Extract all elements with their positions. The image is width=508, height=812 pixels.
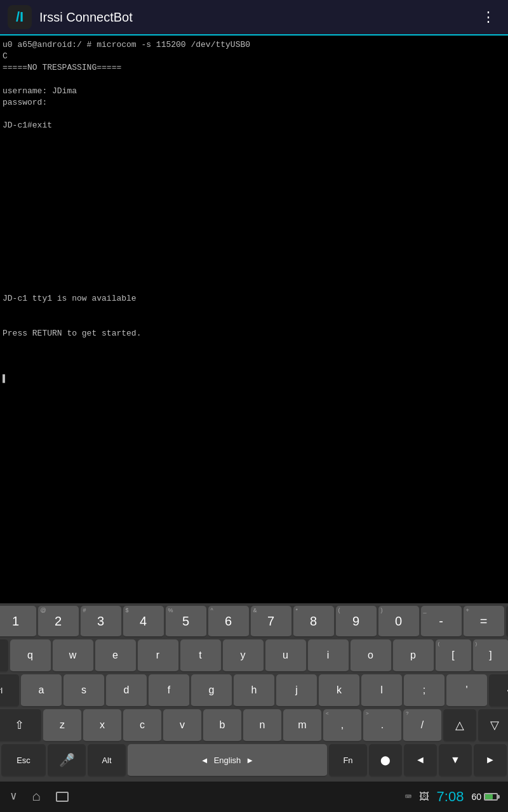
- battery-pct-label: 60: [471, 792, 481, 802]
- key-backspace[interactable]: ⌫: [506, 606, 509, 638]
- key-n[interactable]: n: [243, 709, 281, 742]
- key-d[interactable]: d: [106, 674, 147, 707]
- number-row: ~` !1 @2 #3 $4 %5 ^6 &7 *8 (9 )0: [1, 606, 507, 638]
- key-j[interactable]: j: [276, 674, 317, 707]
- key-arrow-left[interactable]: ◄: [404, 744, 437, 777]
- key-q[interactable]: q: [10, 639, 51, 672]
- key-period[interactable]: >.: [363, 709, 401, 742]
- key-v[interactable]: v: [163, 709, 201, 742]
- key-f[interactable]: f: [149, 674, 189, 707]
- app-icon: /I: [8, 5, 32, 29]
- terminal-output[interactable]: u0 a65@android:/ # microcom -s 115200 /d…: [0, 36, 508, 603]
- space-language-label: English: [214, 756, 241, 765]
- key-u[interactable]: u: [265, 639, 306, 672]
- key-k[interactable]: k: [319, 674, 359, 707]
- top-bar: /I Irssi ConnectBot ⋮: [0, 0, 508, 36]
- key-enter[interactable]: ↵: [489, 674, 508, 707]
- nav-keyboard-icon[interactable]: ⌨: [405, 790, 411, 803]
- key-shift-right[interactable]: ▽: [478, 709, 508, 742]
- key-9[interactable]: (9: [336, 606, 377, 638]
- qwerty-row: ⇥ q w e r t y u i o p ([ )] \: [1, 639, 507, 672]
- key-l[interactable]: l: [361, 674, 402, 707]
- key-t[interactable]: t: [180, 639, 221, 672]
- asdf-row: Ctrl a s d f g h j k l ; ' ↵: [1, 674, 507, 707]
- key-1[interactable]: !1: [0, 606, 36, 638]
- battery-indicator: 60: [471, 792, 498, 802]
- key-8[interactable]: *8: [293, 606, 334, 638]
- key-g[interactable]: g: [191, 674, 232, 707]
- nav-recent-icon[interactable]: [56, 792, 69, 802]
- key-w[interactable]: w: [53, 639, 93, 672]
- system-time: 7:08: [437, 789, 464, 805]
- key-z[interactable]: z: [43, 709, 81, 742]
- nav-gallery-icon[interactable]: 🖼: [419, 791, 429, 803]
- zxcv-row: ⇧ z x c v b n m <, >. ?/ △ ▽: [1, 709, 507, 742]
- key-shift-left[interactable]: ⇧: [0, 709, 41, 742]
- key-ctrl[interactable]: Ctrl: [0, 674, 19, 707]
- key-7[interactable]: &7: [251, 606, 291, 638]
- space-arrow-right: ►: [246, 756, 254, 765]
- key-2[interactable]: @2: [38, 606, 79, 638]
- key-y[interactable]: y: [223, 639, 264, 672]
- key-x[interactable]: x: [83, 709, 121, 742]
- key-a[interactable]: a: [21, 674, 62, 707]
- battery-fill: [485, 794, 493, 799]
- key-i[interactable]: i: [308, 639, 349, 672]
- key-home[interactable]: ⬤: [369, 744, 402, 777]
- nav-back-icon[interactable]: ∧: [10, 790, 17, 804]
- battery-bar-icon: [484, 793, 498, 801]
- keyboard: ~` !1 @2 #3 $4 %5 ^6 &7 *8 (9 )0: [0, 603, 508, 782]
- function-row: Esc 🎤 Alt ◄ English ► Fn ⬤ ◄ ▼ ►: [1, 744, 507, 777]
- key-arrow-right[interactable]: ►: [474, 744, 507, 777]
- key-equals[interactable]: +=: [464, 606, 504, 638]
- overflow-menu-icon[interactable]: ⋮: [476, 4, 500, 31]
- key-c[interactable]: c: [123, 709, 161, 742]
- app-title: Irssi ConnectBot: [39, 10, 476, 25]
- key-b[interactable]: b: [203, 709, 241, 742]
- key-arrow-up[interactable]: △: [443, 709, 476, 742]
- key-tab[interactable]: ⇥: [0, 639, 8, 672]
- key-r[interactable]: r: [138, 639, 178, 672]
- key-slash[interactable]: ?/: [403, 709, 441, 742]
- key-fn[interactable]: Fn: [329, 744, 367, 777]
- key-minus[interactable]: _-: [421, 606, 462, 638]
- key-microphone[interactable]: 🎤: [48, 744, 86, 777]
- system-nav-bar: ∧ ⌂ ⌨ 🖼 7:08 60: [0, 782, 508, 812]
- key-0[interactable]: )0: [378, 606, 419, 638]
- key-alt[interactable]: Alt: [88, 744, 126, 777]
- key-arrow-down[interactable]: ▼: [439, 744, 472, 777]
- key-escape[interactable]: Esc: [1, 744, 46, 777]
- key-o[interactable]: o: [351, 639, 391, 672]
- key-4[interactable]: $4: [123, 606, 164, 638]
- key-m[interactable]: m: [283, 709, 321, 742]
- key-p[interactable]: p: [393, 639, 434, 672]
- key-5[interactable]: %5: [166, 606, 206, 638]
- key-6[interactable]: ^6: [208, 606, 249, 638]
- app-icon-label: /I: [16, 9, 23, 25]
- nav-home-icon[interactable]: ⌂: [32, 789, 41, 805]
- key-space[interactable]: ◄ English ►: [128, 744, 327, 777]
- key-lbracket[interactable]: ([: [436, 639, 471, 672]
- key-3[interactable]: #3: [81, 606, 121, 638]
- key-s[interactable]: s: [64, 674, 104, 707]
- key-quote[interactable]: ': [446, 674, 487, 707]
- key-rbracket[interactable]: )]: [473, 639, 509, 672]
- key-semicolon[interactable]: ;: [404, 674, 444, 707]
- key-e[interactable]: e: [95, 639, 136, 672]
- space-arrow-left: ◄: [201, 756, 209, 765]
- key-h[interactable]: h: [234, 674, 274, 707]
- key-comma[interactable]: <,: [323, 709, 361, 742]
